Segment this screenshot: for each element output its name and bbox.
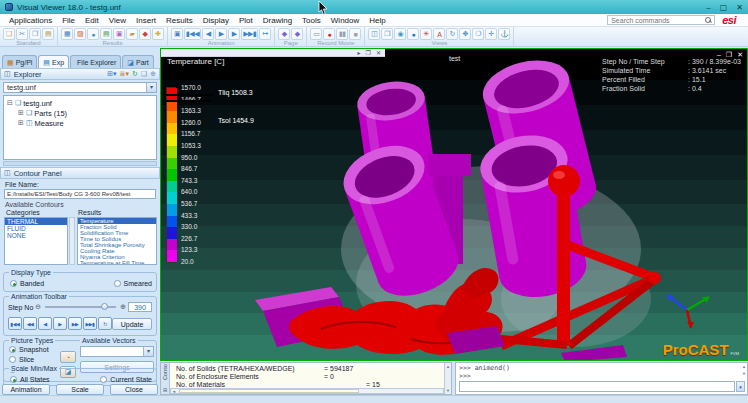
tree-item[interactable]: ⊞ ❏ Parts (15) bbox=[18, 108, 156, 118]
close-button[interactable]: Close bbox=[110, 384, 158, 395]
dock-expand-button[interactable]: ▸ bbox=[358, 49, 361, 56]
step-slider[interactable] bbox=[45, 306, 116, 308]
menu-item[interactable]: Help bbox=[364, 16, 390, 25]
anim-next-icon[interactable]: ▶ bbox=[228, 28, 240, 40]
report-icon[interactable]: ▰ bbox=[126, 28, 138, 40]
zoom-icon[interactable]: ❍ bbox=[472, 28, 484, 40]
menu-item[interactable]: Insert bbox=[131, 16, 161, 25]
record-icon[interactable]: ● bbox=[323, 28, 335, 40]
palette-icon[interactable]: ▣ bbox=[113, 28, 125, 40]
axis-star-icon[interactable]: ✳ bbox=[420, 28, 432, 40]
chevron-down-icon[interactable]: ▾ bbox=[146, 83, 156, 92]
category-item[interactable]: FLUID bbox=[5, 225, 67, 232]
anim-first-button[interactable]: ▮◀◀ bbox=[8, 317, 22, 330]
copy-icon[interactable]: ❐ bbox=[29, 28, 41, 40]
anim-rewind-button[interactable]: ◀◀ bbox=[23, 317, 37, 330]
contour-map-icon[interactable]: ▨ bbox=[74, 28, 86, 40]
maximize-button[interactable]: ▢ bbox=[720, 3, 728, 12]
update-button[interactable]: Update bbox=[112, 318, 152, 330]
display-type-radio[interactable]: Smeared bbox=[114, 280, 152, 287]
menu-item[interactable]: Display bbox=[198, 16, 234, 25]
close-button[interactable]: ✕ bbox=[736, 3, 743, 12]
anchor-icon[interactable]: ⚓ bbox=[498, 28, 510, 40]
page-view-icon[interactable]: ❐ bbox=[381, 28, 393, 40]
window-layout-icon[interactable]: ◫ bbox=[368, 28, 380, 40]
slider-minus-icon[interactable]: ⊖ bbox=[35, 303, 41, 311]
camera-icon[interactable]: ▭ bbox=[310, 28, 322, 40]
tree-expander-icon[interactable]: ⊞ bbox=[18, 119, 24, 127]
result-item[interactable]: Temperature at Fill Time bbox=[78, 260, 156, 265]
file-name-field[interactable]: E:/Installs/ESI/Test/Body CG 3-600 Rev08… bbox=[4, 189, 156, 199]
minimize-button[interactable]: – bbox=[706, 3, 710, 12]
sidebar-tab[interactable]: File Explorer bbox=[70, 55, 121, 68]
python-scrollbar[interactable]: ▲▼ bbox=[742, 364, 746, 376]
page-next-icon[interactable]: ◆ bbox=[291, 28, 303, 40]
slider-plus-icon[interactable]: ⊕ bbox=[120, 303, 126, 311]
python-command-input[interactable] bbox=[459, 381, 735, 392]
shade-view-icon[interactable]: ● bbox=[407, 28, 419, 40]
tree-item[interactable]: ⊟ ❏ testg.unf bbox=[7, 98, 156, 108]
picture-type-radio[interactable]: Snapshot bbox=[9, 346, 49, 353]
dock-close-button[interactable]: ✕ bbox=[376, 49, 381, 56]
sidebar-tab[interactable]: ▦Pg/Pl bbox=[2, 55, 37, 68]
category-item[interactable]: NONE bbox=[5, 232, 67, 239]
stop-icon[interactable]: ■ bbox=[349, 28, 361, 40]
menu-item[interactable]: File bbox=[57, 16, 80, 25]
anim-play-button[interactable]: ▶ bbox=[53, 317, 67, 330]
fit-view-icon[interactable]: ✛ bbox=[485, 28, 497, 40]
tree-item[interactable]: ⊞ ◫ Measure bbox=[18, 118, 156, 128]
menu-item[interactable]: Applications bbox=[4, 16, 57, 25]
new-page-icon[interactable]: ❏ bbox=[141, 70, 147, 78]
anim-prev-icon[interactable]: ◀ bbox=[202, 28, 214, 40]
model-file-combobox[interactable]: testg.unf ▾ bbox=[3, 82, 157, 93]
scrollbar-thumb[interactable] bbox=[179, 389, 359, 393]
menu-item[interactable]: Edit bbox=[80, 16, 104, 25]
picture-type-radio[interactable]: Slice bbox=[9, 356, 49, 363]
tree-expander-icon[interactable]: ⊞ bbox=[18, 109, 24, 117]
tree-expander-icon[interactable]: ⊟ bbox=[7, 99, 13, 107]
chevron-down-icon[interactable]: ▾ bbox=[736, 381, 745, 392]
annotate-icon[interactable]: A bbox=[433, 28, 445, 40]
chevron-down-icon[interactable]: ▾ bbox=[143, 347, 153, 356]
anim-prev-button[interactable]: ◀ bbox=[38, 317, 52, 330]
sidebar-tab[interactable]: ◪Part bbox=[122, 55, 153, 68]
filter-icon[interactable]: ⊞▾ bbox=[107, 70, 116, 78]
scale-radio[interactable]: All States bbox=[10, 376, 50, 383]
chart-icon[interactable]: ▤ bbox=[100, 28, 112, 40]
scale-radio[interactable]: Current State bbox=[100, 376, 152, 383]
refresh-icon[interactable]: ↻ bbox=[132, 70, 138, 78]
console-vertical-scrollbar[interactable]: ▲▼ bbox=[444, 363, 451, 394]
pan-icon[interactable]: ✥ bbox=[459, 28, 471, 40]
scale-button[interactable]: Scale bbox=[56, 384, 104, 395]
open-folder-icon[interactable]: ❏ bbox=[3, 28, 15, 40]
menu-item[interactable]: Window bbox=[326, 16, 364, 25]
cut-icon[interactable]: ✂ bbox=[16, 28, 28, 40]
sphere-result-icon[interactable]: ● bbox=[87, 28, 99, 40]
slider-thumb[interactable] bbox=[101, 303, 108, 310]
console-tab[interactable]: Conso ⊞ bbox=[161, 363, 170, 394]
anim-last-icon[interactable]: ▶▶▮ bbox=[241, 28, 258, 40]
category-item[interactable]: THERMAL bbox=[5, 218, 67, 225]
search-input[interactable] bbox=[607, 15, 715, 25]
console-horizontal-scrollbar[interactable]: ◄ bbox=[170, 388, 444, 394]
step-value-field[interactable]: 390 bbox=[128, 302, 152, 312]
panel-splitter[interactable] bbox=[3, 161, 157, 166]
plot-table-icon[interactable]: ▦ bbox=[61, 28, 73, 40]
menu-item[interactable]: Results bbox=[161, 16, 198, 25]
page-prev-icon[interactable]: ◆ bbox=[278, 28, 290, 40]
anim-play-icon[interactable]: ▶ bbox=[215, 28, 227, 40]
probe-icon[interactable]: ◆ bbox=[139, 28, 151, 40]
animation-button[interactable]: Animation bbox=[2, 384, 50, 395]
paste-icon[interactable]: ▤ bbox=[42, 28, 54, 40]
anim-last-button[interactable]: ▶▶▮ bbox=[83, 317, 97, 330]
display-type-radio[interactable]: Banded bbox=[10, 280, 44, 287]
scroll-left-icon[interactable]: ◄ bbox=[172, 389, 176, 394]
menu-item[interactable]: Tools bbox=[297, 16, 326, 25]
pause-icon[interactable]: ▮▮ bbox=[336, 28, 348, 40]
globe-icon[interactable]: ◉ bbox=[394, 28, 406, 40]
vectors-combobox[interactable]: ▾ bbox=[80, 346, 154, 357]
anim-forward-button[interactable]: ▶▶ bbox=[68, 317, 82, 330]
anim-export-icon[interactable]: ↦ bbox=[259, 28, 271, 40]
animation-setup-icon[interactable]: ▣ bbox=[171, 28, 183, 40]
sidebar-tab[interactable]: ▤Exp bbox=[38, 55, 69, 68]
